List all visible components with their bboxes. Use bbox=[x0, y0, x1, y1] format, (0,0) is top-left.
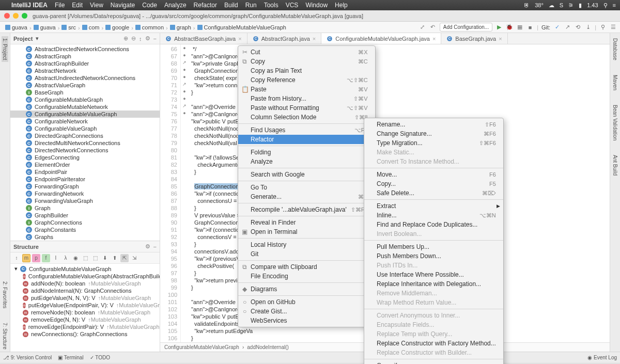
tab-ConfigurableMutableValueGraph.java[interactable]: CConfigurableMutableValueGraph.java× bbox=[321, 33, 441, 44]
struct-scroll-icon[interactable]: ⇱ bbox=[120, 254, 129, 262]
stripe-favorites[interactable]: 2: Favorites bbox=[2, 279, 8, 310]
menu-item-copy-reference[interactable]: Copy Reference⌥⇧⌘C bbox=[238, 75, 375, 85]
refactor-submenu[interactable]: Rename...⇧F6Change Signature...⌘F6Type M… bbox=[364, 118, 504, 364]
tree-item-AbstractDirectedNetworkConnections[interactable]: CAbstractDirectedNetworkConnections bbox=[10, 45, 160, 53]
menu-item-generate-[interactable]: Generate...⌘N bbox=[238, 192, 375, 201]
project-settings-icon[interactable]: ⚙ bbox=[145, 35, 150, 42]
menu-item-move-[interactable]: Move...F6 bbox=[364, 170, 503, 179]
menu-item-paste-without-formatting[interactable]: Paste without Formatting⌥⇧⌘V bbox=[238, 103, 375, 113]
breadcrumb-graph[interactable]: graph bbox=[168, 24, 193, 31]
app-name[interactable]: IntelliJ IDEA bbox=[11, 2, 48, 9]
tree-item-Graphs[interactable]: CGraphs bbox=[10, 233, 160, 241]
structure-tree[interactable]: ▾ C ConfigurableMutableValueGraphmConfig… bbox=[10, 264, 160, 352]
menu-code[interactable]: Code bbox=[142, 2, 157, 9]
build-icon[interactable]: ⤢ bbox=[419, 24, 426, 31]
menu-item-open-in-terminal[interactable]: ▣Open in Terminal bbox=[238, 227, 375, 236]
menu-item-diagrams[interactable]: ◆Diagrams▶ bbox=[238, 284, 375, 294]
struct-f-icon[interactable]: f bbox=[42, 254, 50, 262]
tab-close-icon[interactable]: × bbox=[313, 36, 316, 42]
menu-item-replace-inheritance-with-delegation-[interactable]: Replace Inheritance with Delegation... bbox=[364, 279, 503, 289]
menu-item-webservices[interactable]: WebServices▶ bbox=[238, 316, 375, 325]
tree-item-GraphConnections[interactable]: IGraphConnections bbox=[10, 219, 160, 226]
struct-item[interactable]: maddNode(N): boolean ↑MutableValueGraph bbox=[10, 280, 160, 287]
breadcrumb-com[interactable]: com bbox=[80, 24, 102, 31]
project-tree[interactable]: CAbstractDirectedNetworkConnectionsCAbst… bbox=[10, 44, 160, 241]
struct-p-icon[interactable]: p bbox=[32, 254, 40, 262]
menu-item-change-signature-[interactable]: Change Signature...⌘F6 bbox=[364, 129, 503, 138]
breadcrumb-google[interactable]: google bbox=[103, 24, 131, 31]
tree-item-AbstractNetwork[interactable]: CAbstractNetwork bbox=[10, 67, 160, 74]
tree-item-GraphBuilder[interactable]: CGraphBuilder bbox=[10, 212, 160, 219]
crumb-method[interactable]: addNodeInternal() bbox=[247, 344, 289, 350]
menu-item-file-encoding[interactable]: File Encoding bbox=[238, 272, 375, 281]
menu-item-copy[interactable]: ⧉Copy⌘C bbox=[238, 57, 375, 66]
menu-item-paste[interactable]: 📋Paste⌘V bbox=[238, 85, 375, 94]
menu-tools[interactable]: Tools bbox=[264, 2, 278, 9]
stripe-maven[interactable]: Maven bbox=[612, 73, 618, 92]
menu-item-git[interactable]: Git▶ bbox=[238, 249, 375, 259]
add-configuration-button[interactable]: Add Configuration... bbox=[440, 23, 492, 31]
menu-item-push-members-down-[interactable]: Push Members Down... bbox=[364, 251, 503, 261]
menu-item-pull-members-up-[interactable]: Pull Members Up... bbox=[364, 242, 503, 251]
tree-item-AbstractUndirectedNetworkConnections[interactable]: CAbstractUndirectedNetworkConnections bbox=[10, 74, 160, 82]
tab-close-icon[interactable]: × bbox=[238, 36, 241, 42]
menu-item-find-usages[interactable]: Find Usages⌥F7 bbox=[238, 125, 375, 135]
menu-item-safe-delete-[interactable]: Safe Delete...⌘⌦ bbox=[364, 188, 503, 198]
struct-item[interactable]: mremoveEdge(EndpointPair): V ↑MutableVal… bbox=[10, 323, 160, 330]
menu-item-go-to[interactable]: Go To▶ bbox=[238, 183, 375, 192]
breadcrumb-common[interactable]: common bbox=[133, 24, 166, 31]
menu-item-inline-[interactable]: Inline...⌥⌘N bbox=[364, 211, 503, 220]
menu-item-generify-[interactable]: Generify... bbox=[364, 361, 503, 364]
tree-item-DirectedGraphConnections[interactable]: CDirectedGraphConnections bbox=[10, 132, 160, 139]
search-everywhere-icon[interactable]: ⚲ bbox=[599, 24, 607, 31]
tab-AbstractGraph.java[interactable]: CAbstractGraph.java× bbox=[247, 33, 322, 44]
window-minimize-button[interactable] bbox=[13, 13, 19, 19]
coverage-icon[interactable]: ▦ bbox=[516, 24, 523, 31]
menu-item-compare-with-clipboard[interactable]: ⧉Compare with Clipboard bbox=[238, 262, 375, 272]
menu-item-recompile-ablevaluegraph-java-[interactable]: Recompile '...ableValueGraph.java'⇧⌘F9 bbox=[238, 205, 375, 214]
stripe-project[interactable]: 1: Project bbox=[2, 36, 8, 62]
menu-item-use-interface-where-possible-[interactable]: Use Interface Where Possible... bbox=[364, 270, 503, 279]
struct-sort-icon[interactable]: ↕ bbox=[12, 254, 21, 262]
tab-close-icon[interactable]: × bbox=[432, 36, 436, 42]
menu-item-open-on-github[interactable]: ○Open on GitHub bbox=[238, 297, 375, 307]
menu-run[interactable]: Run bbox=[245, 2, 257, 9]
struct-item[interactable]: mputEdgeValue(N, N, V): V ↑MutableValueG… bbox=[10, 294, 160, 302]
tree-item-GraphConstants[interactable]: CGraphConstants bbox=[10, 226, 160, 233]
menu-build[interactable]: Build bbox=[224, 2, 238, 9]
struct-root[interactable]: ▾ C ConfigurableMutableValueGraph bbox=[10, 265, 160, 273]
menu-item-search-with-google[interactable]: Search with Google bbox=[238, 170, 375, 179]
tree-item-AbstractGraphBuilder[interactable]: CAbstractGraphBuilder bbox=[10, 60, 160, 67]
menu-edit[interactable]: Edit bbox=[72, 2, 83, 9]
run-icon[interactable]: ▶ bbox=[495, 24, 503, 31]
tree-item-DirectedMultiNetworkConnections[interactable]: CDirectedMultiNetworkConnections bbox=[10, 139, 160, 147]
menu-view[interactable]: View bbox=[90, 2, 103, 9]
stripe-bean-validation[interactable]: Bean Validation bbox=[612, 103, 618, 143]
stop-icon[interactable]: ■ bbox=[526, 24, 534, 31]
tree-item-ForwardingValueGraph[interactable]: CForwardingValueGraph bbox=[10, 197, 160, 204]
project-select-icon[interactable]: ⊖ bbox=[131, 35, 136, 42]
tree-item-AbstractValueGraph[interactable]: CAbstractValueGraph bbox=[10, 82, 160, 89]
menu-item-type-migration-[interactable]: Type Migration...⇧⌘F6 bbox=[364, 138, 503, 148]
struct-l-icon[interactable]: λ bbox=[61, 254, 70, 262]
struct-filter1-icon[interactable]: ⬚ bbox=[81, 254, 89, 262]
menu-vcs[interactable]: VCS bbox=[286, 2, 299, 9]
breadcrumb-guava[interactable]: guava bbox=[32, 24, 58, 31]
tree-item-ConfigurableMutableNetwork[interactable]: CConfigurableMutableNetwork bbox=[10, 103, 160, 110]
settings-icon[interactable]: ☰ bbox=[610, 24, 617, 31]
tree-item-ConfigurableMutableGraph[interactable]: CConfigurableMutableGraph bbox=[10, 96, 160, 103]
breadcrumb-src[interactable]: src bbox=[59, 24, 78, 31]
tree-item-Graph[interactable]: IGraph bbox=[10, 204, 160, 212]
menu-item-column-selection-mode[interactable]: Column Selection Mode⇧⌘8 bbox=[238, 113, 375, 122]
git-update-icon[interactable]: ✓ bbox=[553, 24, 561, 31]
tree-item-EndpointPairIterator[interactable]: CEndpointPairIterator bbox=[10, 176, 160, 183]
window-close-button[interactable] bbox=[4, 13, 10, 19]
menu-refactor[interactable]: Refactor bbox=[194, 2, 217, 9]
menu-window[interactable]: Window bbox=[305, 2, 328, 9]
tree-item-ForwardingNetwork[interactable]: CForwardingNetwork bbox=[10, 190, 160, 197]
bottom-vc[interactable]: ⎇ 9: Version Control bbox=[3, 355, 52, 360]
tree-item-ConfigurableMutableValueGraph[interactable]: CConfigurableMutableValueGraph bbox=[10, 110, 160, 118]
menu-item-refactor[interactable]: Refactor▶ bbox=[238, 135, 375, 144]
struct-m-icon[interactable]: m bbox=[22, 254, 30, 262]
tree-item-EndpointPair[interactable]: CEndpointPair bbox=[10, 168, 160, 176]
